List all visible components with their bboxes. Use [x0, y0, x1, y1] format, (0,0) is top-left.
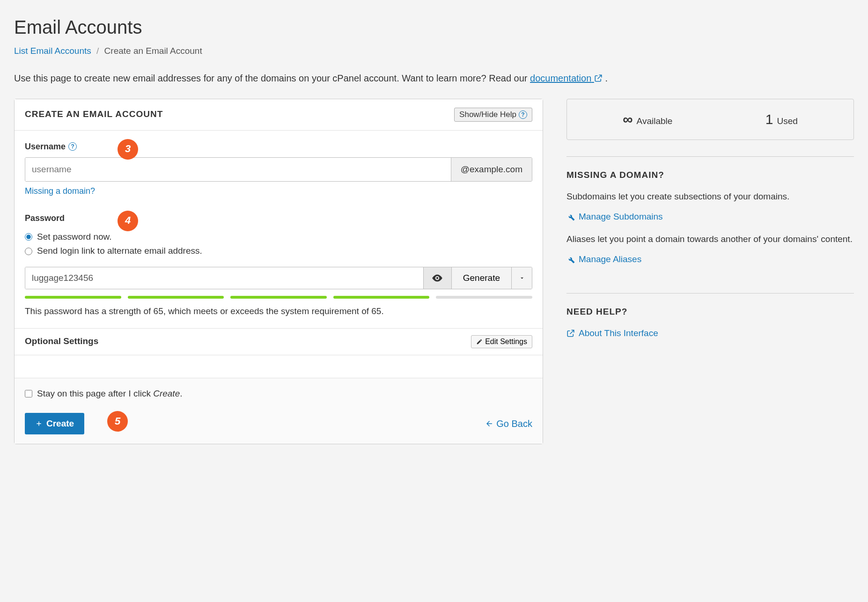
stay-on-page-row[interactable]: Stay on this page after I click Create.	[25, 388, 532, 400]
edit-settings-button[interactable]: Edit Settings	[471, 335, 532, 348]
breadcrumb-separator: /	[96, 46, 99, 56]
create-button[interactable]: Create	[25, 413, 84, 434]
domain-suffix[interactable]: @example.com	[451, 158, 532, 182]
plus-icon	[35, 420, 43, 427]
generate-options-button[interactable]	[511, 267, 532, 289]
manage-aliases-link[interactable]: Manage Aliases	[566, 253, 641, 266]
go-back-link[interactable]: Go Back	[485, 417, 532, 430]
password-email-label: Send login link to alternate email addre…	[37, 245, 202, 257]
infinity-icon: ∞	[623, 110, 633, 129]
need-help-section: NEED HELP? About This Interface	[566, 293, 854, 367]
external-link-icon	[594, 74, 603, 82]
step-badge-3: 3	[118, 139, 138, 160]
password-strength-text: This password has a strength of 65, whic…	[25, 305, 532, 318]
used-value: 1	[765, 110, 773, 129]
password-now-radio[interactable]	[25, 233, 32, 241]
page-title: Email Accounts	[14, 14, 854, 40]
stay-on-page-label: Stay on this page after I click Create.	[37, 388, 183, 400]
wrench-icon	[566, 213, 575, 221]
available-label: Available	[637, 115, 673, 128]
used-label: Used	[777, 115, 797, 128]
documentation-link[interactable]: documentation	[530, 73, 603, 83]
breadcrumb-list-link[interactable]: List Email Accounts	[14, 46, 91, 56]
reveal-password-button[interactable]	[423, 267, 451, 289]
step-badge-5: 5	[107, 411, 128, 432]
username-input[interactable]	[25, 158, 451, 182]
eye-icon	[431, 272, 443, 284]
caret-down-icon	[519, 275, 525, 281]
optional-settings-body	[15, 355, 543, 378]
username-help-icon[interactable]: ?	[68, 142, 77, 151]
password-email-radio-row[interactable]: Send login link to alternate email addre…	[25, 245, 532, 257]
step-badge-4: 4	[118, 211, 138, 231]
stay-on-page-checkbox[interactable]	[25, 390, 32, 397]
intro-text: Use this page to create new email addres…	[14, 72, 854, 85]
missing-domain-section: MISSING A DOMAIN? Subdomains let you cre…	[566, 156, 854, 293]
help-icon: ?	[519, 110, 527, 119]
password-section: Password 4 Set password now. Send login …	[15, 208, 543, 328]
password-now-label: Set password now.	[37, 231, 111, 243]
about-interface-link[interactable]: About This Interface	[566, 327, 658, 340]
wrench-icon	[566, 255, 575, 264]
password-label: Password	[25, 213, 65, 224]
pencil-icon	[476, 338, 483, 345]
aliases-text: Aliases let you point a domain towards a…	[566, 233, 854, 246]
panel-title: CREATE AN EMAIL ACCOUNT	[25, 108, 163, 121]
password-strength-bar	[25, 296, 532, 299]
create-account-panel: CREATE AN EMAIL ACCOUNT Show/Hide Help ?…	[14, 99, 543, 445]
password-now-radio-row[interactable]: Set password now.	[25, 231, 532, 243]
breadcrumb-current: Create an Email Account	[104, 46, 202, 56]
stats-box: ∞ Available 1 Used	[566, 99, 854, 140]
missing-domain-link[interactable]: Missing a domain?	[25, 185, 95, 197]
arrow-left-icon	[485, 419, 493, 428]
username-section: Username ? 3 @example.com Missing a doma…	[15, 131, 543, 208]
optional-settings-title: Optional Settings	[25, 335, 98, 348]
breadcrumb: List Email Accounts / Create an Email Ac…	[14, 45, 854, 58]
username-label: Username	[25, 141, 66, 153]
subdomains-text: Subdomains let you create subsections of…	[566, 191, 854, 203]
show-hide-help-button[interactable]: Show/Hide Help ?	[454, 108, 532, 122]
password-email-radio[interactable]	[25, 248, 32, 255]
optional-settings-header: Optional Settings Edit Settings	[15, 328, 543, 355]
external-link-icon	[566, 329, 575, 338]
manage-subdomains-link[interactable]: Manage Subdomains	[566, 211, 663, 223]
password-input[interactable]	[25, 267, 423, 289]
missing-domain-title: MISSING A DOMAIN?	[566, 169, 854, 182]
panel-footer: Stay on this page after I click Create. …	[15, 378, 543, 444]
need-help-title: NEED HELP?	[566, 306, 854, 318]
generate-password-button[interactable]: Generate	[451, 267, 511, 289]
